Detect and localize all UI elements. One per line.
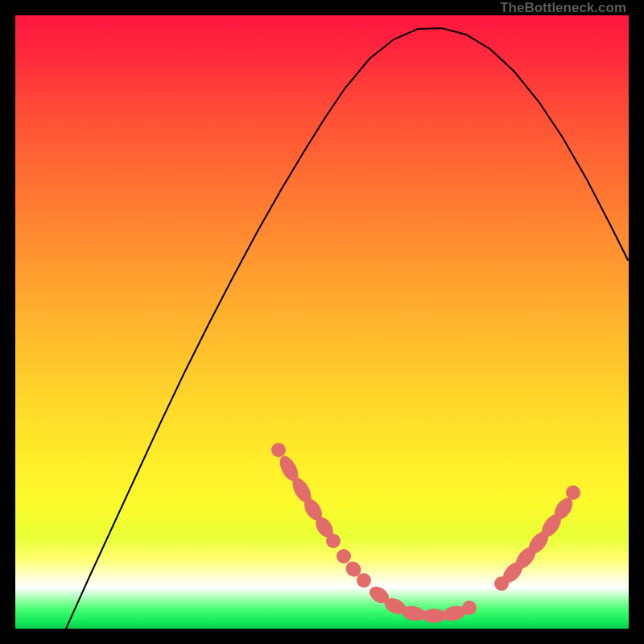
trough-cap: [462, 601, 477, 615]
right-band-cap-top: [566, 485, 580, 500]
left-band-cap-bot: [326, 534, 341, 548]
chart-svg: [15, 15, 629, 629]
marker-group: [271, 443, 580, 623]
left-small-3: [357, 573, 371, 588]
left-small-1: [336, 549, 351, 564]
left-band-cap-top: [271, 443, 286, 457]
watermark-text: TheBottleneck.com: [500, 0, 626, 16]
chart-frame: [15, 15, 629, 629]
